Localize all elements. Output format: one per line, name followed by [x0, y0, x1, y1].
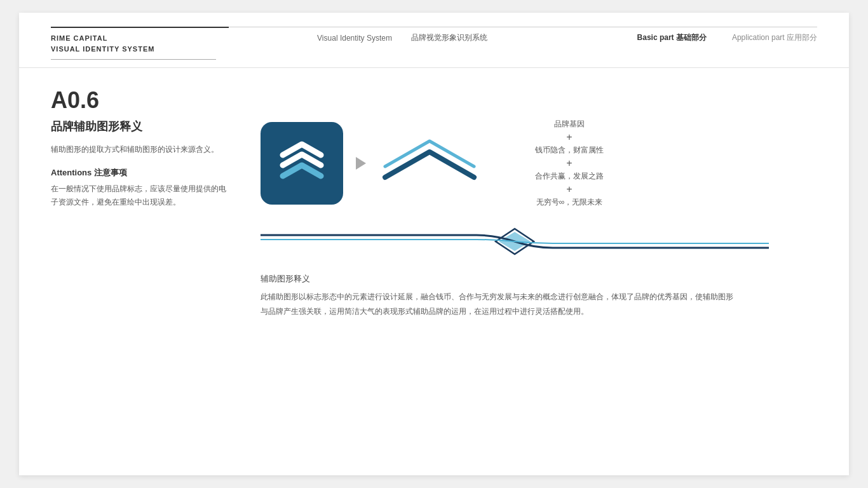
attention-title: Attentions 注意事项	[51, 167, 261, 179]
section-id: A0.6	[51, 87, 817, 114]
logo-title: RIME CAPITAL VISUAL IDENTITY SYSTEM	[51, 33, 229, 54]
attention-desc: 在一般情况下使用品牌标志，应该尽量使用提供的电子资源文件，避免在重绘中出现误差。	[51, 182, 229, 210]
header-right: Basic part 基础部分 Application part 应用部分	[576, 27, 817, 43]
play-arrow-icon	[356, 157, 366, 170]
header-nav: Visual Identity System 品牌视觉形象识别系统	[229, 27, 576, 43]
info-plus-1: +	[506, 130, 633, 145]
chevron-standalone-svg	[379, 132, 480, 195]
info-item-3: 合作共赢，发展之路	[506, 171, 633, 182]
info-right-col: 品牌基因 + 钱币隐含，财富属性 + 合作共赢，发展之路 + 无穷号∞，无限未来	[493, 119, 633, 208]
visual-row: 品牌基因 + 钱币隐含，财富属性 + 合作共赢，发展之路 + 无穷号∞，无限未来	[261, 119, 817, 208]
info-item-2: 钱币隐含，财富属性	[506, 145, 633, 156]
main-content: A0.6 品牌辅助图形释义 辅助图形的提取方式和辅助图形的设计来源含义。 Att…	[19, 68, 849, 338]
nav-visual-identity-cn[interactable]: 品牌视觉形象识别系统	[411, 32, 487, 43]
logo-icon-box	[261, 122, 343, 205]
section-title: 品牌辅助图形释义	[51, 119, 261, 134]
header: RIME CAPITAL VISUAL IDENTITY SYSTEM Visu…	[19, 13, 849, 68]
info-plus-2: +	[506, 156, 633, 171]
bottom-title: 辅助图形释义	[261, 273, 817, 285]
logo-section: RIME CAPITAL VISUAL IDENTITY SYSTEM	[51, 27, 229, 60]
section-desc: 辅助图形的提取方式和辅助图形的设计来源含义。	[51, 143, 229, 157]
page: RIME CAPITAL VISUAL IDENTITY SYSTEM Visu…	[0, 0, 868, 488]
nav-visual-identity[interactable]: Visual Identity System	[317, 34, 392, 43]
bottom-section: 辅助图形释义 此辅助图形以标志形态中的元素进行设计延展，融合钱币、合作与无穷发展…	[261, 273, 817, 319]
content-area: 品牌辅助图形释义 辅助图形的提取方式和辅助图形的设计来源含义。 Attentio…	[51, 119, 817, 319]
info-item-4: 无穷号∞，无限未来	[506, 197, 633, 208]
logo-icon-svg	[273, 135, 330, 192]
nav-app-part[interactable]: Application part 应用部分	[732, 32, 817, 43]
nav-basic-part[interactable]: Basic part 基础部分	[637, 32, 707, 43]
right-col: 品牌基因 + 钱币隐含，财富属性 + 合作共赢，发展之路 + 无穷号∞，无限未来	[261, 119, 817, 319]
wave-divider-svg	[261, 226, 769, 257]
bottom-desc: 此辅助图形以标志形态中的元素进行设计延展，融合钱币、合作与无穷发展与未来的概念进…	[261, 290, 737, 319]
wave-divider	[261, 226, 817, 257]
inner-page: RIME CAPITAL VISUAL IDENTITY SYSTEM Visu…	[19, 13, 849, 475]
info-item-1: 品牌基因	[506, 119, 633, 130]
left-col: 品牌辅助图形释义 辅助图形的提取方式和辅助图形的设计来源含义。 Attentio…	[51, 119, 261, 319]
info-plus-3: +	[506, 182, 633, 197]
logo-chevron-standalone	[379, 122, 480, 205]
